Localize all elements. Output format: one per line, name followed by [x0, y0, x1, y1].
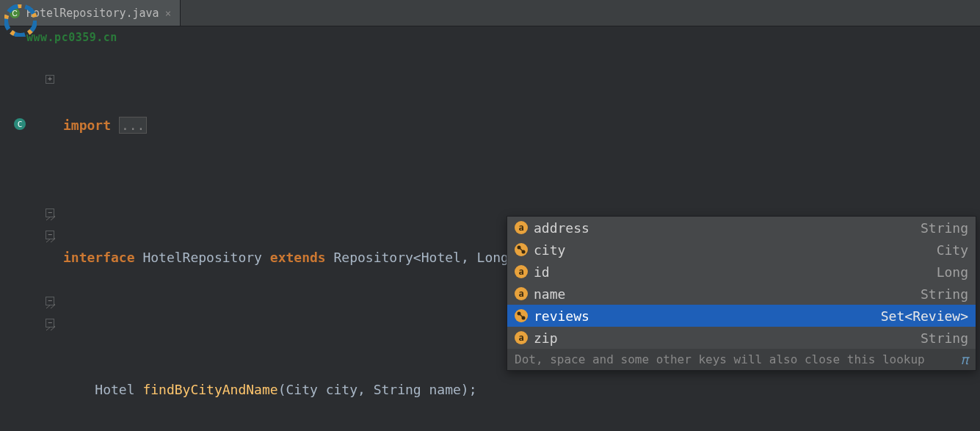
- fold-toggle-icon[interactable]: −: [46, 297, 54, 305]
- params: (City city, String name);: [278, 382, 477, 397]
- completion-type: String: [921, 286, 968, 302]
- fold-toggle-icon[interactable]: −: [46, 231, 54, 239]
- completion-type: String: [921, 330, 968, 346]
- folded-region[interactable]: ...: [119, 117, 148, 134]
- editor-tab-bar: C HotelRepository.java ×: [0, 0, 980, 26]
- completion-type: Set<Review>: [881, 308, 968, 324]
- hint-text: Dot, space and some other keys will also…: [515, 352, 925, 366]
- keyword: extends: [270, 250, 326, 265]
- tab-filename: HotelRepository.java: [26, 7, 159, 20]
- attribute-icon: a: [515, 287, 528, 300]
- fold-toggle-icon[interactable]: +: [46, 75, 54, 84]
- watermark-url: www.pc0359.cn: [26, 31, 117, 44]
- autocomplete-item-reviews[interactable]: reviews Set<Review>: [507, 305, 976, 327]
- return-type: Hotel: [95, 382, 134, 397]
- completion-name: city: [534, 242, 931, 258]
- completion-name: id: [534, 264, 931, 280]
- pi-icon[interactable]: π: [960, 352, 968, 367]
- autocomplete-popup: a address String city City a id Long a n…: [507, 216, 976, 371]
- completion-name: name: [534, 286, 915, 302]
- fold-toggle-icon[interactable]: −: [46, 319, 54, 327]
- completion-type: String: [921, 220, 968, 236]
- autocomplete-hint: Dot, space and some other keys will also…: [507, 349, 976, 370]
- keyword: import: [63, 117, 111, 133]
- svg-line-8: [520, 248, 523, 251]
- autocomplete-item-name[interactable]: a name String: [507, 283, 976, 305]
- fold-toggle-icon[interactable]: −: [46, 209, 54, 217]
- relation-icon: [515, 309, 528, 322]
- close-icon[interactable]: ×: [165, 7, 171, 19]
- completion-name: address: [534, 220, 915, 236]
- completion-type: City: [937, 242, 968, 258]
- attribute-icon: a: [515, 265, 528, 278]
- attribute-icon: a: [515, 331, 528, 344]
- svg-line-11: [520, 314, 523, 317]
- type-ref: Repository<Hotel, Long> {: [334, 250, 533, 265]
- implemented-icon[interactable]: C: [13, 117, 26, 131]
- svg-text:C: C: [18, 120, 23, 129]
- attribute-icon: a: [515, 221, 528, 234]
- type-name: HotelRepository: [142, 250, 262, 265]
- autocomplete-item-address[interactable]: a address String: [507, 217, 976, 239]
- autocomplete-item-zip[interactable]: a zip String: [507, 327, 976, 349]
- autocomplete-item-id[interactable]: a id Long: [507, 261, 976, 283]
- keyword: interface: [63, 250, 135, 265]
- editor-gutter: + C − − − −: [0, 26, 57, 431]
- relation-icon: [515, 243, 528, 256]
- autocomplete-item-city[interactable]: city City: [507, 239, 976, 261]
- completion-name: reviews: [534, 308, 875, 324]
- method-name: findByCityAndName: [142, 382, 277, 397]
- completion-type: Long: [937, 264, 968, 280]
- completion-name: zip: [534, 330, 915, 346]
